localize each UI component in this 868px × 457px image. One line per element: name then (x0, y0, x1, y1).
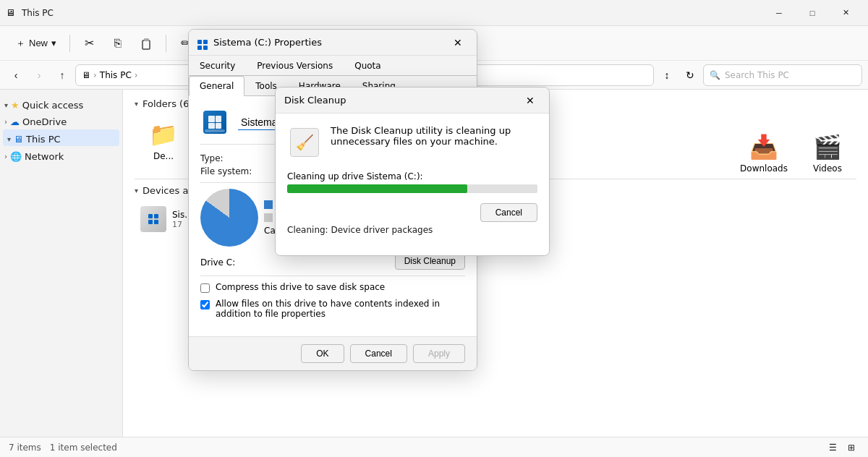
index-checkbox-row: Allow files on this drive to have conten… (200, 299, 465, 319)
cleanup-progress-label: Cleaning up drive Sistema (C:): (287, 171, 537, 181)
cancel-button[interactable]: Cancel (350, 344, 407, 363)
index-label: Allow files on this drive to have conten… (216, 299, 465, 319)
drive-icon-area (200, 108, 229, 137)
compress-checkbox[interactable] (200, 283, 210, 293)
cleanup-header: 🧹 The Disk Cleanup utility is cleaning u… (287, 125, 537, 160)
index-checkbox[interactable] (200, 300, 210, 309)
progress-bar-background (287, 184, 537, 193)
cleanup-dialog: Disk Cleanup ✕ 🧹 The Disk Cleanup utilit… (275, 87, 550, 256)
cleanup-description: The Disk Cleanup utility is cleaning up … (331, 125, 537, 160)
cleaning-item: Device driver packages (331, 225, 433, 235)
cleanup-cancel-row: Cancel (287, 197, 537, 225)
cleanup-title: Disk Cleanup (284, 95, 520, 106)
type-label: Type: (200, 153, 280, 163)
properties-dialog-buttons: OK Cancel Apply (189, 336, 477, 370)
progress-bar-fill (287, 184, 467, 193)
properties-close-button[interactable]: ✕ (448, 33, 468, 53)
properties-title-icon (197, 35, 208, 50)
cleanup-close-button[interactable]: ✕ (520, 90, 540, 111)
cleanup-title-bar: Disk Cleanup ✕ (276, 87, 549, 114)
cleanup-icon: 🧹 (290, 128, 319, 157)
prop-divider-2 (200, 276, 465, 276)
free-color-box (264, 213, 273, 222)
tab-quota[interactable]: Quota (344, 56, 391, 76)
dialog-overlay: Sistema (C:) Properties ✕ Security Previ… (0, 0, 868, 457)
tab-previous-versions[interactable]: Previous Versions (246, 56, 344, 76)
ok-button[interactable]: OK (301, 344, 344, 363)
properties-title-bar: Sistema (C:) Properties ✕ (189, 30, 477, 56)
compress-label: Compress this drive to save disk space (216, 282, 385, 292)
cleaning-label: Cleaning: (287, 225, 328, 235)
cleanup-cleaning-info: Cleaning: Device driver packages (287, 225, 537, 235)
cleanup-cancel-button[interactable]: Cancel (480, 203, 537, 222)
drive-label: Drive C: (200, 257, 235, 268)
properties-title: Sistema (C:) Properties (213, 37, 448, 48)
compress-checkbox-row: Compress this drive to save disk space (200, 282, 465, 293)
filesystem-label: File system: (200, 166, 280, 176)
drive-icon (203, 111, 226, 134)
tab-general[interactable]: General (189, 76, 244, 96)
disk-pie-chart (200, 189, 258, 247)
apply-button[interactable]: Apply (413, 344, 465, 363)
tab-security[interactable]: Security (189, 56, 246, 76)
cleanup-icon-area: 🧹 (287, 125, 322, 160)
cleanup-content: 🧹 The Disk Cleanup utility is cleaning u… (276, 114, 549, 255)
properties-tabs-row1: Security Previous Versions Quota (189, 56, 477, 76)
used-color-box (264, 200, 273, 209)
cleanup-progress-area: Cleaning up drive Sistema (C:): Cancel C… (287, 171, 537, 235)
